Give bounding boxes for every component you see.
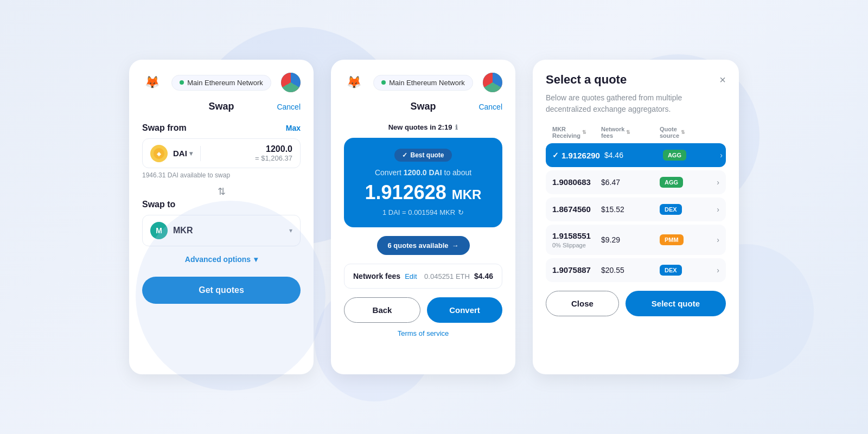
verified-icon-0: ✓ (552, 151, 559, 159)
back-button[interactable]: Back (344, 297, 420, 323)
panel3-title: Select a quote (546, 73, 627, 87)
network-fees-row: Network fees Edit 0.045251 ETH $4.46 (344, 264, 502, 289)
swap-from-panel: 🦊 Main Ethereum Network Swap Cancel Swap… (129, 60, 314, 374)
mkr-token-icon: M (150, 222, 168, 239)
advanced-options-toggle[interactable]: Advanced options ▾ (142, 246, 301, 272)
fees-eth-value: 0.045251 ETH (424, 272, 470, 280)
source-badge-4: DEX (660, 265, 682, 276)
convert-unit: MKR (452, 187, 482, 202)
max-button[interactable]: Max (286, 124, 301, 132)
panel2-title-row: Swap Cancel (344, 101, 502, 112)
col-source-header: Quotesource ⇅ (660, 126, 719, 139)
best-quote-badge: ✓ Best quote (394, 149, 451, 162)
get-quotes-button[interactable]: Get quotes (142, 277, 301, 304)
refresh-icon[interactable]: ↻ (458, 208, 464, 216)
quote-receiving-0: ✓ 1.9126290 (552, 150, 600, 160)
quote-fee-2: $15.52 (601, 205, 655, 214)
quote-row-3[interactable]: 1.9158551 0% Slippage $9.29 PMM › (546, 225, 726, 255)
source-badge-1: AGG (660, 177, 683, 188)
quote-source-3: PMM › (660, 234, 719, 245)
user-avatar-1[interactable] (281, 73, 301, 92)
panel1-cancel-button[interactable]: Cancel (277, 103, 301, 111)
terms-of-service-link[interactable]: Terms of service (344, 329, 502, 337)
network-label-2: Main Ethereum Network (389, 79, 464, 87)
quote-row-0[interactable]: ✓ 1.9126290 $4.46 AGG › (546, 143, 726, 167)
quote-arrow-3: › (717, 235, 719, 244)
arrow-right-icon: → (452, 241, 459, 250)
quote-source-1: AGG › (660, 177, 719, 188)
network-label-1: Main Ethereum Network (187, 79, 263, 87)
from-token-name: DAI (173, 149, 187, 158)
verified-checkmark: ✓ (402, 151, 407, 159)
source-badge-3: PMM (660, 234, 684, 245)
quote-row-2[interactable]: 1.8674560 $15.52 DEX › (546, 197, 726, 221)
fees-sort-icon[interactable]: ⇅ (626, 130, 630, 135)
swap-to-label: Swap to (142, 200, 301, 209)
quote-fee-0: $4.46 (604, 151, 659, 159)
panel2-title: Swap (410, 101, 436, 112)
to-token-name: MKR (173, 226, 284, 235)
network-status-dot-2 (381, 80, 386, 85)
quote-row-4[interactable]: 1.9075887 $20.55 DEX › (546, 258, 726, 282)
network-badge-1[interactable]: Main Ethereum Network (171, 75, 271, 91)
to-token-selector[interactable]: M MKR ▾ (142, 215, 301, 246)
best-quote-card: ✓ Best quote Convert 1200.0 DAI to about… (344, 138, 502, 227)
convert-amount: 1.912628 MKR (355, 181, 492, 204)
metamask-logo: 🦊 (142, 73, 162, 92)
swap-direction-toggle[interactable]: ⇅ (142, 186, 301, 197)
source-sort-icon[interactable]: ⇅ (681, 130, 685, 135)
amount-input-area[interactable]: 1200.0 = $1,206.37 (208, 144, 292, 162)
quotes-available-button[interactable]: 6 quotes available → (377, 236, 470, 255)
panel2-action-buttons: Back Convert (344, 297, 502, 323)
amount-usd: = $1,206.37 (208, 154, 292, 162)
svg-text:◈: ◈ (156, 151, 162, 157)
token-from-input[interactable]: ◈ DAI ▾ 1200.0 = $1,206.37 (142, 138, 301, 168)
quote-fee-3: $9.29 (601, 235, 655, 244)
quote-fee-4: $20.55 (601, 266, 655, 275)
source-badge-0: AGG (663, 150, 686, 161)
close-panel-button[interactable]: × (719, 74, 726, 85)
panel2-header: 🦊 Main Ethereum Network (344, 73, 502, 92)
select-quote-panel: Select a quote × Below are quotes gather… (533, 60, 739, 374)
close-button[interactable]: Close (546, 291, 619, 316)
network-status-dot (180, 80, 184, 85)
panel3-header: Select a quote × (546, 73, 726, 87)
swap-from-label: Swap from Max (142, 123, 301, 133)
quote-receiving-4: 1.9075887 (552, 265, 597, 275)
panel2-cancel-button[interactable]: Cancel (478, 103, 502, 111)
from-token-selector[interactable]: DAI ▾ (173, 149, 193, 158)
fees-edit-button[interactable]: Edit (405, 272, 417, 280)
quote-receiving-3: 1.9158551 0% Slippage (552, 231, 597, 248)
from-token-chevron: ▾ (189, 150, 193, 157)
to-token-chevron: ▾ (289, 227, 292, 234)
network-badge-2[interactable]: Main Ethereum Network (373, 75, 473, 91)
swap-convert-panel: 🦊 Main Ethereum Network Swap Cancel New … (331, 60, 515, 374)
convert-description: Convert 1200.0 DAI to about (355, 168, 492, 177)
quotes-table-header: MKRReceiving ⇅ Networkfees ⇅ Quotesource… (546, 126, 726, 143)
panel1-title-row: Swap Cancel (142, 101, 301, 112)
quote-arrow-0: › (720, 151, 723, 159)
dai-token-icon: ◈ (150, 145, 168, 162)
quote-source-4: DEX › (660, 265, 719, 276)
user-avatar-2[interactable] (483, 73, 502, 92)
quote-fee-1: $6.47 (601, 178, 655, 187)
quote-arrow-2: › (717, 205, 719, 214)
receiving-sort-icon[interactable]: ⇅ (582, 130, 586, 135)
quote-row-1[interactable]: 1.9080683 $6.47 AGG › (546, 170, 726, 194)
quote-arrow-1: › (717, 178, 719, 187)
fees-usd-value: $4.46 (474, 272, 493, 280)
source-badge-2: DEX (660, 204, 682, 215)
select-quote-button[interactable]: Select quote (626, 291, 726, 316)
amount-value: 1200.0 (208, 144, 292, 154)
quote-receiving-1: 1.9080683 (552, 177, 597, 187)
panel3-action-buttons: Close Select quote (546, 291, 726, 316)
available-balance: 1946.31 DAI available to swap (142, 171, 301, 179)
quote-receiving-2: 1.8674560 (552, 205, 597, 214)
slippage-3: 0% Slippage (552, 242, 597, 248)
convert-button[interactable]: Convert (427, 297, 502, 323)
quote-source-2: DEX › (660, 204, 719, 215)
fees-label: Network fees (353, 272, 400, 280)
advanced-options-chevron: ▾ (254, 255, 258, 264)
panel3-subtitle: Below are quotes gathered from multiple … (546, 92, 726, 115)
input-divider (200, 146, 201, 161)
